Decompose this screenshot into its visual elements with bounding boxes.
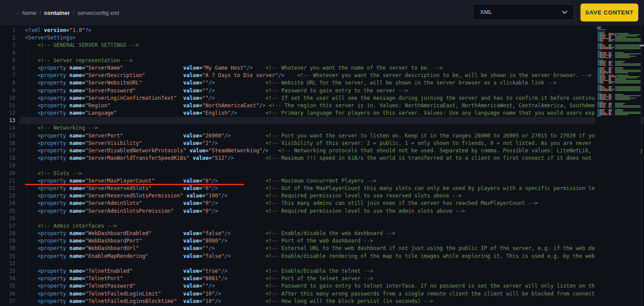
code-line[interactable]: 8 <property name="ServerWebsiteURL" valu… (0, 79, 644, 87)
breadcrumb-separator: / (39, 10, 41, 16)
line-number: 30 (0, 245, 21, 252)
line-number: 26 (0, 215, 21, 222)
chevron-down-icon (562, 11, 567, 14)
code-line[interactable]: 37 <property name="TelnetFailedLoginsBlo… (0, 298, 644, 305)
code-line[interactable]: 5 <!-- Server representation --> (0, 57, 644, 64)
line-number: 36 (0, 290, 21, 298)
line-number: 16 (0, 140, 21, 147)
line-number: 19 (0, 162, 21, 169)
line-number: 27 (0, 222, 21, 230)
line-number: 28 (0, 230, 21, 237)
line-number: 14 (0, 124, 21, 132)
code-line[interactable]: 34 <property name="TelnetPort" value="80… (0, 275, 644, 282)
breadcrumb-item-container[interactable]: container (44, 10, 70, 16)
line-number: 24 (0, 200, 21, 207)
code-line[interactable]: 22 <property name="ServerReservedSlots" … (0, 185, 644, 192)
line-number: 32 (0, 260, 21, 267)
code-line[interactable]: 9 <property name="ServerPassword" value=… (0, 87, 644, 95)
line-number: 8 (0, 79, 21, 87)
code-line[interactable]: 14 <!-- Networking --> (0, 124, 644, 132)
line-number: 22 (0, 185, 21, 192)
code-line[interactable]: 18 <property name="ServerMaxWorldTransfe… (0, 155, 644, 162)
red-underline-annotation (25, 184, 244, 185)
line-number: 9 (0, 87, 21, 95)
code-line[interactable]: 30 <property name="WebDashboardUrl" valu… (0, 245, 644, 252)
code-line[interactable]: 26 (0, 215, 644, 222)
code-line[interactable]: 24 <property name="ServerAdminSlots" val… (0, 200, 644, 207)
save-content-button[interactable]: SAVE CONTENT (580, 4, 638, 21)
code-line[interactable]: 31 <property name="EnableMapRendering" v… (0, 253, 644, 260)
language-select[interactable]: XML (473, 4, 574, 20)
code-line[interactable]: 10 <property name="ServerLoginConfirmati… (0, 95, 644, 102)
code-line[interactable]: 3 <!-- GENERAL SERVER SETTINGS --> (0, 42, 644, 49)
line-number: 13 (0, 117, 21, 124)
line-number: 20 (0, 170, 21, 177)
code-line[interactable]: 13 (0, 117, 644, 124)
line-number: 25 (0, 208, 21, 215)
line-number: 33 (0, 267, 21, 275)
code-line[interactable]: 12 <property name="Language" value="Engl… (0, 109, 644, 117)
code-editor: 1<?xml version="1.0"?>2<ServerSettings>3… (0, 25, 644, 306)
code-line[interactable]: 20 <!-- Slots --> (0, 170, 644, 177)
code-line[interactable]: 6 <property name="ServerName" value="My … (0, 64, 644, 72)
code-line[interactable]: 17 <property name="ServerDisabledNetwork… (0, 147, 644, 155)
code-line[interactable]: 33 <property name="TelnetEnabled" value=… (0, 267, 644, 275)
breadcrumb: / home / container / serverconfig.xml (18, 0, 119, 25)
line-number: 1 (0, 27, 21, 34)
breadcrumb-item-home[interactable]: home (22, 10, 37, 16)
line-number: 31 (0, 253, 21, 260)
code-line[interactable]: 35 <property name="TelnetPassword" value… (0, 282, 644, 290)
overview-ruler-marker[interactable] (640, 45, 644, 46)
code-line[interactable]: 28 <property name="WebDashboardEnabled" … (0, 230, 644, 237)
code-line[interactable]: 29 <property name="WebDashboardPort" val… (0, 237, 644, 245)
line-number: 4 (0, 49, 21, 57)
code-line[interactable]: 36 <property name="TelnetFailedLoginLimi… (0, 290, 644, 298)
line-number: 21 (0, 177, 21, 185)
code-line[interactable]: 23 <property name="ServerReservedSlotsPe… (0, 192, 644, 200)
line-number: 5 (0, 57, 21, 64)
code-line[interactable]: 4 (0, 49, 644, 57)
minimap[interactable] (595, 25, 640, 306)
line-number: 10 (0, 95, 21, 102)
code-line[interactable]: 19 (0, 162, 644, 169)
breadcrumb-item-file: serverconfig.xml (78, 10, 119, 16)
code-line[interactable]: 7 <property name="ServerDescription" val… (0, 72, 644, 79)
code-line[interactable]: 15 <property name="ServerPort" value="26… (0, 132, 644, 140)
line-number: 2 (0, 34, 21, 42)
breadcrumb-separator: / (73, 10, 74, 16)
line-number: 23 (0, 192, 21, 200)
code-line[interactable]: 11 <property name="Region" value="NorthA… (0, 102, 644, 109)
line-number: 34 (0, 275, 21, 282)
language-select-value: XML (480, 9, 492, 15)
indent-guide (27, 42, 27, 305)
code-line[interactable]: 2<ServerSettings> (0, 34, 644, 42)
line-number: 11 (0, 102, 21, 109)
line-number: 17 (0, 147, 21, 155)
line-number: 37 (0, 298, 21, 305)
code-line[interactable]: 16 <property name="ServerVisibility" val… (0, 140, 644, 147)
code-area[interactable]: 1<?xml version="1.0"?>2<ServerSettings>3… (0, 25, 644, 305)
code-line[interactable]: 27 <!-- Admin interfaces --> (0, 222, 644, 230)
line-number: 18 (0, 155, 21, 162)
line-number: 3 (0, 42, 21, 49)
code-line[interactable]: 1<?xml version="1.0"?> (0, 27, 644, 34)
line-number: 15 (0, 132, 21, 140)
line-number: 12 (0, 109, 21, 117)
file-editor-window: / home / container / serverconfig.xml XM… (0, 0, 644, 306)
line-number: 6 (0, 64, 21, 72)
code-line[interactable]: 25 <property name="ServerAdminSlotsPermi… (0, 208, 644, 215)
code-line[interactable]: 32 (0, 260, 644, 267)
line-number: 35 (0, 282, 21, 290)
top-bar: / home / container / serverconfig.xml XM… (0, 0, 644, 25)
overview-ruler-divider (641, 25, 641, 306)
breadcrumb-separator: / (18, 10, 19, 16)
line-number: 29 (0, 237, 21, 245)
code-line[interactable]: 21 <property name="ServerMaxPlayerCount"… (0, 177, 644, 185)
line-number: 7 (0, 72, 21, 79)
